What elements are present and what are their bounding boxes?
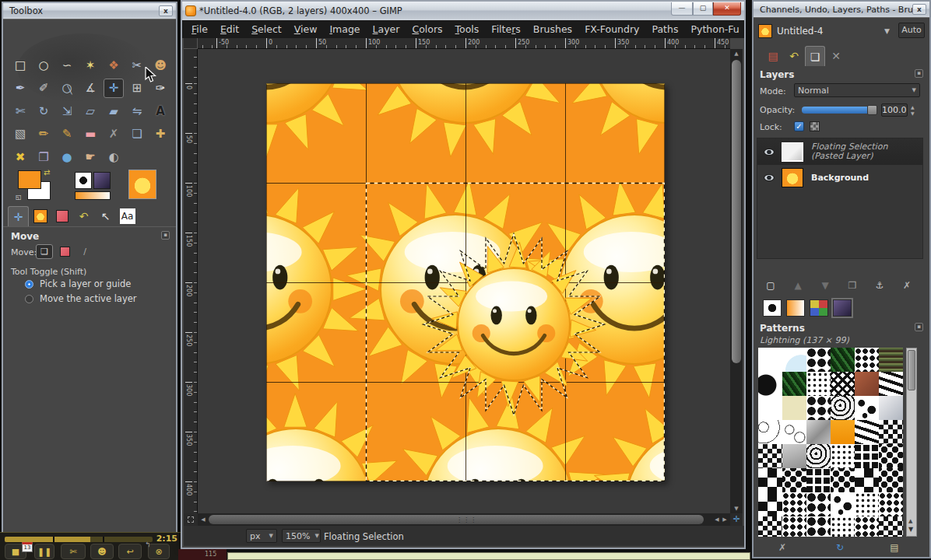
- tab-paths[interactable]: ✕: [826, 46, 846, 66]
- pattern-swatch-leopard[interactable]: [855, 396, 879, 420]
- flip-tool[interactable]: ⇋: [127, 101, 147, 121]
- pattern-swatch-white[interactable]: [758, 348, 782, 372]
- spin-down-icon[interactable]: ▼: [911, 111, 915, 116]
- scroll-up-icon[interactable]: ▲: [730, 51, 743, 57]
- layers-menu-button[interactable]: ▪: [915, 69, 923, 78]
- opacity-slider-grip[interactable]: [867, 105, 877, 115]
- pattern-swatch-diamonds[interactable]: [879, 444, 903, 468]
- blur-sharpen-tool[interactable]: ●: [57, 147, 77, 166]
- select-by-color-tool[interactable]: ❖: [104, 55, 124, 75]
- pattern-swatch-checker[interactable]: [879, 420, 903, 444]
- pattern-swatch-leaves[interactable]: [831, 348, 855, 372]
- move-path-toggle[interactable]: ∕: [76, 244, 93, 259]
- measure-tool[interactable]: ∡: [80, 79, 100, 98]
- chevron-down-icon[interactable]: ▼: [884, 27, 890, 35]
- spin-up-icon[interactable]: ▲: [911, 105, 915, 110]
- pattern-scroll-thumb[interactable]: [908, 350, 915, 390]
- menu-view[interactable]: View: [288, 21, 324, 37]
- menu-paths[interactable]: Paths: [645, 21, 684, 37]
- pattern-swatch-bigdots[interactable]: [806, 348, 831, 372]
- pattern-swatch-circle[interactable]: [758, 372, 782, 396]
- visibility-eye-icon[interactable]: [764, 149, 775, 156]
- move-selection-toggle[interactable]: [56, 244, 73, 259]
- pattern-swatch-checker[interactable]: [879, 516, 903, 537]
- maximize-button[interactable]: ▢: [693, 2, 713, 16]
- scroll-left-icon[interactable]: ◀: [713, 516, 721, 523]
- ruler-corner[interactable]: [184, 38, 198, 49]
- refresh-patterns-button[interactable]: ↻: [830, 541, 850, 555]
- new-layer-button[interactable]: ▢: [761, 278, 781, 293]
- layer-name[interactable]: Background: [811, 173, 869, 183]
- patterns-menu-button[interactable]: ▪: [915, 323, 923, 331]
- rectangle-select-tool[interactable]: □: [10, 55, 30, 75]
- pattern-swatch-dotssm[interactable]: [831, 444, 855, 468]
- menu-python-fu[interactable]: Python-Fu: [684, 21, 744, 37]
- menu-layer[interactable]: Layer: [367, 21, 406, 37]
- menu-filters[interactable]: Filters: [485, 21, 526, 37]
- vertical-ruler[interactable]: 050100150200250300350400: [184, 49, 198, 513]
- move-layer-toggle[interactable]: ❏: [36, 244, 53, 259]
- duplicate-layer-button[interactable]: ❐: [842, 278, 862, 293]
- tab-pointer[interactable]: ↖: [95, 206, 116, 226]
- pattern-swatch-dots[interactable]: [782, 492, 806, 516]
- menu-edit[interactable]: Edit: [214, 21, 245, 37]
- open-pattern-button[interactable]: ▤: [884, 541, 905, 555]
- tab-undo-history[interactable]: ↶: [784, 46, 804, 66]
- blend-tool[interactable]: ▧: [10, 124, 30, 144]
- navigation-preview-button[interactable]: ✛: [730, 513, 743, 526]
- pattern-swatch-dots[interactable]: [879, 492, 903, 516]
- opacity-value[interactable]: 100.0: [881, 103, 908, 117]
- horizontal-ruler[interactable]: -50050100150200250300350400450: [198, 38, 730, 49]
- image-select-value[interactable]: Untitled-4: [777, 26, 823, 37]
- horizontal-scroll-thumb[interactable]: ⋮⋮⋮: [209, 515, 704, 524]
- layer-name[interactable]: Floating Selection(Pasted Layer): [811, 142, 887, 161]
- scroll-left-icon[interactable]: ◀: [199, 516, 207, 523]
- pattern-swatch-dotssm[interactable]: [831, 516, 855, 537]
- pattern-swatch-bigdots[interactable]: [806, 396, 831, 420]
- pattern-swatch-zebra[interactable]: [879, 372, 903, 396]
- menu-fx-foundry[interactable]: FX-Foundry: [578, 21, 645, 37]
- pattern-swatch-diamonds[interactable]: [782, 468, 806, 492]
- record-webcam-button[interactable]: ☻: [90, 544, 114, 559]
- zoom-select[interactable]: 150%▼: [282, 529, 321, 543]
- scroll-down-icon[interactable]: ▼: [908, 526, 913, 533]
- heal-tool[interactable]: ✚: [150, 124, 170, 144]
- pattern-swatch-sqgrid[interactable]: [806, 468, 831, 492]
- pattern-swatch-leaves[interactable]: [782, 372, 806, 396]
- record-pause-button[interactable]: ❚❚: [34, 544, 54, 559]
- layer-row[interactable]: Background: [757, 165, 922, 190]
- pattern-swatch-bigdots[interactable]: [806, 516, 831, 537]
- perspective-tool[interactable]: ▰: [104, 101, 124, 121]
- lower-layer-button[interactable]: ▼: [815, 278, 835, 293]
- toolbox-titlebar[interactable]: Toolbox x: [3, 3, 176, 19]
- canvas-viewport[interactable]: [198, 49, 730, 513]
- toolbox-close-button[interactable]: x: [159, 5, 173, 16]
- pattern-swatch-diamonds[interactable]: [831, 468, 855, 492]
- menu-file[interactable]: File: [185, 21, 214, 37]
- pattern-swatch-bigsq[interactable]: [855, 468, 879, 492]
- pattern-swatch-sky[interactable]: [782, 348, 806, 372]
- pattern-swatch-swirl[interactable]: [831, 396, 855, 420]
- active-image-thumbnail[interactable]: [128, 170, 156, 199]
- unit-select[interactable]: px▼: [246, 529, 277, 543]
- text-tool[interactable]: A: [150, 101, 170, 121]
- pattern-swatch-diamonds[interactable]: [879, 468, 903, 492]
- pattern-swatch-silver[interactable]: [879, 396, 903, 420]
- main-titlebar[interactable]: *Untitled-4.0 (RGB, 2 layers) 400x400 – …: [182, 2, 744, 20]
- layer-thumbnail[interactable]: [782, 142, 803, 162]
- menu-brushes[interactable]: Brushes: [527, 21, 578, 37]
- active-gradient-chip[interactable]: [75, 191, 111, 200]
- layer-row[interactable]: Floating Selection(Pasted Layer): [757, 138, 922, 165]
- pattern-swatch-dots[interactable]: [782, 516, 806, 537]
- raise-layer-button[interactable]: ▲: [788, 278, 808, 293]
- clone-tool[interactable]: ❏: [127, 124, 147, 144]
- menu-tools[interactable]: Tools: [449, 21, 486, 37]
- anchor-layer-button[interactable]: ⚓: [870, 278, 890, 293]
- zoom-tool[interactable]: ○: [57, 79, 77, 98]
- pattern-swatch-weave[interactable]: [831, 372, 855, 396]
- pattern-swatch-outlines[interactable]: [782, 420, 806, 444]
- scroll-up-icon[interactable]: ▲: [908, 518, 912, 524]
- canvas-image[interactable]: [266, 83, 665, 481]
- auto-button[interactable]: Auto: [898, 23, 925, 38]
- color-picker-tool[interactable]: ✐: [33, 79, 54, 98]
